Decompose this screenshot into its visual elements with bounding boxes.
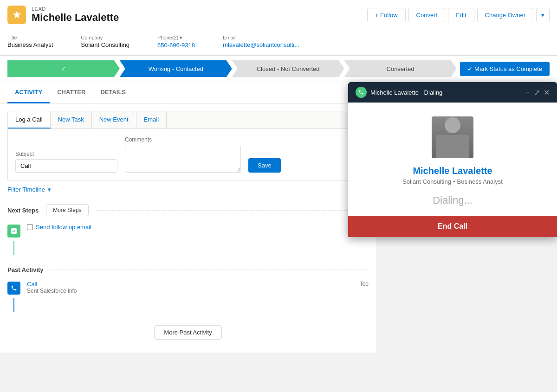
status-step-closed[interactable]: Closed - Not Converted [232,60,344,77]
comments-label: Comments [125,136,241,143]
filter-timeline-label: Filter Timeline [7,186,45,193]
subject-input[interactable] [15,159,117,173]
field-phone: Phone(2) ▾ 650-696-9318 [157,35,195,49]
status-bar: ✓ Working - Contacted Closed - Not Conve… [0,56,557,82]
dialing-contact-name: Michelle Lavalette [413,166,492,176]
more-past-button[interactable]: More Past Activity [154,325,221,340]
email-tab[interactable]: Email [136,111,167,129]
new-event-tab[interactable]: New Event [92,111,136,129]
company-value: Soliant Consulting [81,41,130,48]
edit-button[interactable]: Edit [448,8,474,22]
past-item-content: Call Sent Salesforce info [27,281,355,294]
comments-group: Comments [125,136,241,173]
subject-group: Subject [15,151,117,173]
main-content: ACTIVITY CHATTER DETAILS Log a Call New … [0,82,557,353]
filter-timeline[interactable]: Filter Timeline ▾ [7,180,369,197]
expand-button[interactable]: ⤢ [534,88,540,97]
activity-panel: Log a Call New Task New Event Email Subj… [0,103,376,353]
dialing-title: Michelle Lavalette - Dialing [370,89,442,96]
new-task-tab[interactable]: New Task [51,111,92,129]
task-icon [7,225,20,238]
fields-bar: Title Business Analyst Company Soliant C… [0,30,557,56]
log-call-tab[interactable]: Log a Call [8,111,51,129]
header-actions: + Follow Convert Edit Change Owner ▾ [367,8,550,22]
more-actions-button[interactable]: ▾ [536,8,550,22]
status-step-working[interactable]: Working - Contacted [120,60,232,77]
subject-label: Subject [15,151,117,157]
email-label: Email [223,35,299,40]
follow-button[interactable]: + Follow [367,8,406,22]
header-left: ★ LEAD Michelle Lavalette [7,6,119,24]
task-checkbox[interactable] [27,224,33,230]
page-header: ★ LEAD Michelle Lavalette + Follow Conve… [0,0,557,30]
filter-chevron-icon: ▾ [48,186,51,193]
email-value[interactable]: mlavalette@soliantconsulti... [223,41,299,48]
company-label: Company [81,35,130,40]
next-steps-label: Next Steps [7,207,39,214]
phone-value[interactable]: 650-696-9318 [157,42,195,49]
log-call-container: Log a Call New Task New Event Email Subj… [7,111,369,180]
next-steps-section: Next Steps More Steps [7,197,369,259]
next-steps-header: Next Steps More Steps [7,200,369,220]
change-owner-button[interactable]: Change Owner [477,8,533,22]
past-activity-header: Past Activity [7,263,369,277]
timeline-item: Send follow up email Oct [7,220,369,241]
dialing-title: Business Analyst [457,178,503,185]
record-name: Michelle Lavalette [32,12,119,24]
save-button[interactable]: Save [248,158,281,173]
title-value: Business Analyst [7,41,53,48]
title-label: Title [7,35,53,40]
convert-button[interactable]: Convert [408,8,446,22]
header-title-group: LEAD Michelle Lavalette [32,6,119,24]
log-tab-header: Log a Call New Task New Event Email [8,111,368,129]
lead-icon: ★ [7,6,26,24]
past-activity-label: Past Activity [7,266,44,273]
phone-dialing-icon [356,87,367,98]
past-timeline-connector [13,298,14,312]
log-tab-body: Subject Comments Save [8,129,368,180]
tab-chatter[interactable]: CHATTER [50,82,93,103]
tab-activity[interactable]: ACTIVITY [7,82,50,103]
close-button[interactable]: ✕ [544,88,550,97]
past-item-title[interactable]: Call [27,281,355,288]
past-item-date: Too [360,281,369,287]
past-timeline-item: Call Sent Salesforce info Too [7,277,369,298]
next-step-checkbox-row: Send follow up email [27,224,91,231]
call-icon [7,282,20,295]
task-title[interactable]: Send follow up email [36,224,91,231]
field-company: Company Soliant Consulting [81,35,130,49]
status-step-converted[interactable]: Converted [344,60,457,77]
field-title: Title Business Analyst [7,35,53,49]
status-step-checkmark[interactable]: ✓ [7,60,120,77]
dialing-controls: − ⤢ ✕ [526,88,550,97]
phone-label: Phone(2) ▾ [157,35,195,41]
minimize-button[interactable]: − [526,88,530,97]
more-steps-button[interactable]: More Steps [46,204,88,216]
dialing-header: Michelle Lavalette - Dialing − ⤢ ✕ [348,82,557,103]
dialing-contact-info: Soliant Consulting • Business Analyst [402,178,503,185]
record-type: LEAD [32,6,119,12]
dialing-company: Soliant Consulting [402,178,451,185]
right-panel: Potential Duplicates (0) No duplicate ru… [376,82,557,353]
tabs: ACTIVITY CHATTER DETAILS [0,82,376,103]
dialing-status: Dialing... [433,194,473,206]
past-item-desc: Sent Salesforce info [27,288,355,294]
dialing-body: Michelle Lavalette Soliant Consulting • … [348,103,557,216]
timeline-connector [13,241,14,255]
mark-status-button[interactable]: ✓ Mark Status as Complete [460,62,550,76]
end-call-button[interactable]: End Call [348,216,557,237]
comments-textarea[interactable] [125,145,241,173]
dialing-modal: Michelle Lavalette - Dialing − ⤢ ✕ [348,82,557,237]
dialing-header-left: Michelle Lavalette - Dialing [356,87,442,98]
dot-separator: • [453,178,455,185]
field-email: Email mlavalette@soliantconsulti... [223,35,299,49]
left-panel: ACTIVITY CHATTER DETAILS Log a Call New … [0,82,376,353]
past-activity-section: Past Activity Call Sent Salesforce info [7,259,369,316]
tab-details[interactable]: DETAILS [93,82,133,103]
contact-avatar [432,116,473,158]
